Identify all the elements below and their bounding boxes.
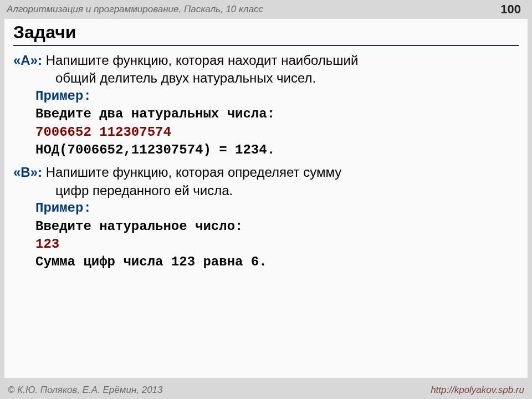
task-b-io2: 123 xyxy=(13,236,519,253)
slide-title: Задачи xyxy=(13,22,519,46)
task-b-io3: Сумма цифр числа 123 равна 6. xyxy=(13,253,519,271)
task-a-io3: НОД(7006652,112307574) = 1234. xyxy=(13,141,519,159)
task-a-io1: Введите два натуральных числа: xyxy=(13,105,519,123)
header-bar: Алгоритмизация и программирование, Паска… xyxy=(0,0,532,19)
task-a-label: «A»: xyxy=(13,53,42,68)
footer-bar: © К.Ю. Поляков, Е.А. Ерёмин, 2013 http:/… xyxy=(0,381,532,399)
page-number: 100 xyxy=(500,2,525,17)
task-b-label: «B»: xyxy=(13,165,42,180)
task-a-line2: общий делитель двух натуральных чисел. xyxy=(13,69,519,87)
course-title: Алгоритмизация и программирование, Паска… xyxy=(7,4,263,15)
task-a-line1: Напишите функцию, которая находит наибол… xyxy=(42,53,358,68)
task-b-example-label: Пример: xyxy=(13,200,519,217)
task-a: «A»: Напишите функцию, которая находит н… xyxy=(13,52,519,159)
task-b-line2: цифр переданного ей числа. xyxy=(13,182,519,200)
footer-authors: © К.Ю. Поляков, Е.А. Ерёмин, 2013 xyxy=(8,385,163,396)
task-a-io2: 7006652 112307574 xyxy=(13,124,519,141)
content-area: Задачи «A»: Напишите функцию, которая на… xyxy=(4,19,528,378)
task-a-example-label: Пример: xyxy=(13,88,519,105)
task-b-line1: Напишите функцию, которая определяет сум… xyxy=(42,165,341,180)
footer-url: http://kpolyakov.spb.ru xyxy=(431,385,524,396)
task-b: «B»: Напишите функцию, которая определяе… xyxy=(13,163,519,271)
task-b-io1: Введите натуральное число: xyxy=(13,218,519,236)
